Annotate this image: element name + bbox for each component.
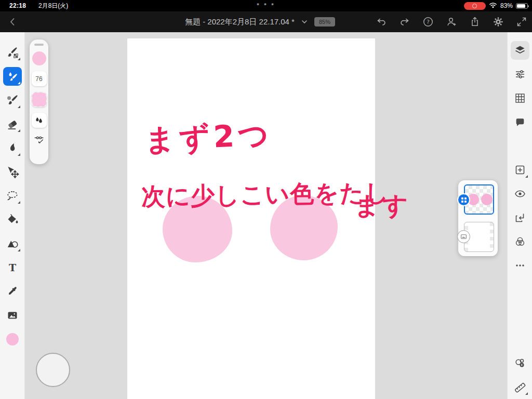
battery-percent: 83% (500, 2, 513, 9)
share-button[interactable] (469, 16, 481, 28)
undo-button[interactable] (375, 16, 388, 28)
document-title: 無題 - 2022年2月8日 22.17.04 * (185, 17, 295, 27)
taskbar-grid-button[interactable] (509, 86, 531, 110)
tool-eraser[interactable] (1, 112, 24, 136)
panel-drag-handle[interactable] (34, 44, 44, 46)
tool-place-image[interactable] (1, 303, 24, 327)
app-window: 22:18 2月8日(火) ● ● ● 83% 無題 - 2022年2月8日 2… (0, 0, 532, 399)
brush-size-field[interactable]: 76 (32, 71, 47, 86)
tool-shape[interactable] (1, 232, 24, 256)
wifi-icon (489, 3, 497, 9)
water-drops-icon (34, 115, 44, 126)
taskbar-motion-button[interactable] (509, 351, 531, 375)
invite-people-button[interactable] (445, 16, 458, 28)
image-layer-badge-icon[interactable] (457, 230, 470, 243)
active-panel-highlight (511, 41, 529, 60)
current-color-swatch (6, 333, 19, 345)
tool-options-panel: 76 (30, 39, 48, 164)
pixel-layer-badge-icon[interactable] (457, 193, 470, 206)
handwriting-line-1: まず2つ (143, 115, 273, 161)
brush-size-value: 76 (35, 75, 42, 83)
tool-text[interactable]: T (1, 256, 24, 280)
taskbar-more-options-button[interactable] (509, 254, 531, 277)
battery-icon (516, 3, 528, 9)
handwriting-line-3: ます (354, 189, 410, 222)
status-bar: 22:18 2月8日(火) ● ● ● 83% (0, 0, 532, 11)
layers-panel (458, 180, 498, 256)
tool-live-brush[interactable] (1, 64, 24, 88)
water-flow-button[interactable] (32, 113, 47, 128)
taskbar-layer-visibility-button[interactable] (509, 182, 531, 206)
settings-gear-icon[interactable] (492, 16, 504, 28)
tool-move[interactable] (1, 160, 24, 184)
brush-color-button[interactable] (32, 51, 46, 65)
left-toolbar: T (0, 32, 25, 399)
redo-button[interactable] (398, 16, 411, 28)
tool-smudge[interactable] (1, 136, 24, 160)
back-button[interactable] (5, 15, 20, 29)
brush-settings-button[interactable] (33, 134, 45, 145)
tool-lasso[interactable] (1, 184, 24, 208)
multitask-dots-icon: ● ● ● (0, 2, 532, 7)
active-tool-highlight (3, 67, 22, 86)
brush-preview-swatch[interactable] (32, 92, 47, 107)
taskbar-layer-properties-button[interactable] (509, 62, 531, 86)
chevron-down-icon[interactable] (301, 18, 308, 25)
taskbar-merge-down-button[interactable] (509, 206, 531, 230)
svg-text:T: T (8, 262, 16, 273)
taskbar-layers-button[interactable] (509, 38, 531, 62)
taskbar-add-layer-button[interactable] (509, 158, 531, 182)
taskbar-comment-button[interactable] (509, 110, 531, 134)
zoom-level-badge[interactable]: 85% (314, 17, 335, 26)
svg-text:?: ? (427, 19, 430, 25)
touch-shortcut-button[interactable] (36, 353, 70, 387)
taskbar-blend-mode-button[interactable] (509, 230, 531, 254)
right-taskbar (507, 32, 532, 399)
tool-pixel-brush[interactable] (1, 41, 24, 64)
taskbar-ruler-button[interactable] (509, 375, 531, 399)
help-button[interactable]: ? (422, 16, 434, 28)
fullscreen-button[interactable] (515, 16, 528, 28)
title-bar: 無題 - 2022年2月8日 22.17.04 * 85% ? (0, 11, 532, 32)
color-swatch-button[interactable] (1, 327, 24, 351)
tool-mixer-brush[interactable] (1, 88, 24, 112)
screen-recording-indicator[interactable] (464, 2, 486, 10)
handwriting-line-2: 次に少しこい色をたし (141, 177, 390, 213)
tool-fill[interactable] (1, 208, 24, 232)
tool-eyedropper[interactable] (1, 280, 24, 303)
record-icon (472, 4, 477, 8)
